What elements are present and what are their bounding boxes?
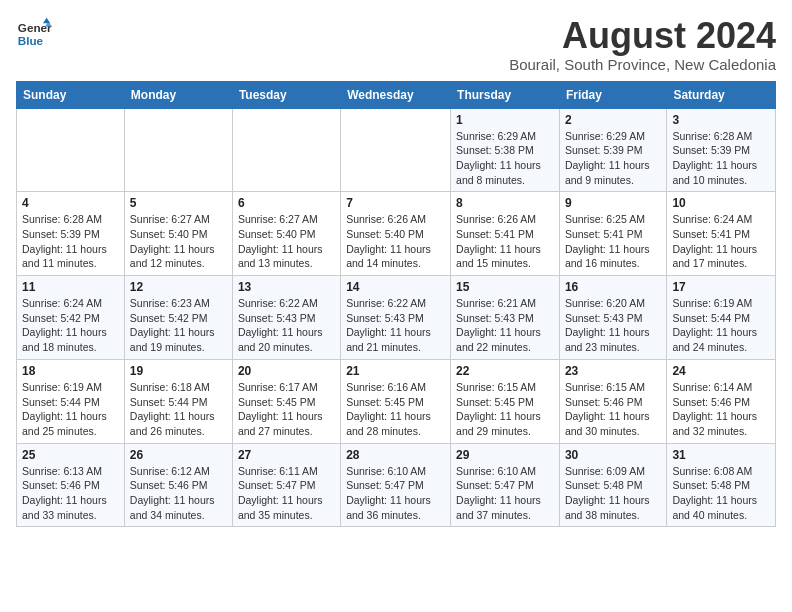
- day-info: Sunrise: 6:23 AM Sunset: 5:42 PM Dayligh…: [130, 296, 227, 355]
- day-number: 19: [130, 364, 227, 378]
- day-info: Sunrise: 6:09 AM Sunset: 5:48 PM Dayligh…: [565, 464, 661, 523]
- day-info: Sunrise: 6:27 AM Sunset: 5:40 PM Dayligh…: [238, 212, 335, 271]
- day-number: 14: [346, 280, 445, 294]
- day-info: Sunrise: 6:10 AM Sunset: 5:47 PM Dayligh…: [456, 464, 554, 523]
- day-number: 20: [238, 364, 335, 378]
- day-info: Sunrise: 6:19 AM Sunset: 5:44 PM Dayligh…: [672, 296, 770, 355]
- day-info: Sunrise: 6:28 AM Sunset: 5:39 PM Dayligh…: [672, 129, 770, 188]
- calendar-cell: 19Sunrise: 6:18 AM Sunset: 5:44 PM Dayli…: [124, 359, 232, 443]
- calendar-cell: 22Sunrise: 6:15 AM Sunset: 5:45 PM Dayli…: [451, 359, 560, 443]
- day-number: 24: [672, 364, 770, 378]
- calendar-cell: 31Sunrise: 6:08 AM Sunset: 5:48 PM Dayli…: [667, 443, 776, 527]
- main-title: August 2024: [509, 16, 776, 56]
- subtitle: Bourail, South Province, New Caledonia: [509, 56, 776, 73]
- calendar-cell: 23Sunrise: 6:15 AM Sunset: 5:46 PM Dayli…: [559, 359, 666, 443]
- day-info: Sunrise: 6:25 AM Sunset: 5:41 PM Dayligh…: [565, 212, 661, 271]
- weekday-header-sunday: Sunday: [17, 81, 125, 108]
- day-info: Sunrise: 6:24 AM Sunset: 5:41 PM Dayligh…: [672, 212, 770, 271]
- calendar-cell: 15Sunrise: 6:21 AM Sunset: 5:43 PM Dayli…: [451, 276, 560, 360]
- day-info: Sunrise: 6:13 AM Sunset: 5:46 PM Dayligh…: [22, 464, 119, 523]
- calendar-cell: 12Sunrise: 6:23 AM Sunset: 5:42 PM Dayli…: [124, 276, 232, 360]
- calendar-cell: 21Sunrise: 6:16 AM Sunset: 5:45 PM Dayli…: [341, 359, 451, 443]
- week-row-1: 1Sunrise: 6:29 AM Sunset: 5:38 PM Daylig…: [17, 108, 776, 192]
- day-info: Sunrise: 6:20 AM Sunset: 5:43 PM Dayligh…: [565, 296, 661, 355]
- calendar-cell: 20Sunrise: 6:17 AM Sunset: 5:45 PM Dayli…: [232, 359, 340, 443]
- day-info: Sunrise: 6:27 AM Sunset: 5:40 PM Dayligh…: [130, 212, 227, 271]
- week-row-5: 25Sunrise: 6:13 AM Sunset: 5:46 PM Dayli…: [17, 443, 776, 527]
- calendar-table: SundayMondayTuesdayWednesdayThursdayFrid…: [16, 81, 776, 528]
- day-number: 6: [238, 196, 335, 210]
- week-row-3: 11Sunrise: 6:24 AM Sunset: 5:42 PM Dayli…: [17, 276, 776, 360]
- calendar-cell: 3Sunrise: 6:28 AM Sunset: 5:39 PM Daylig…: [667, 108, 776, 192]
- calendar-cell: [124, 108, 232, 192]
- calendar-cell: [17, 108, 125, 192]
- day-info: Sunrise: 6:10 AM Sunset: 5:47 PM Dayligh…: [346, 464, 445, 523]
- calendar-cell: 29Sunrise: 6:10 AM Sunset: 5:47 PM Dayli…: [451, 443, 560, 527]
- day-number: 8: [456, 196, 554, 210]
- day-number: 15: [456, 280, 554, 294]
- day-number: 23: [565, 364, 661, 378]
- calendar-cell: 25Sunrise: 6:13 AM Sunset: 5:46 PM Dayli…: [17, 443, 125, 527]
- day-number: 18: [22, 364, 119, 378]
- day-number: 1: [456, 113, 554, 127]
- calendar-cell: 9Sunrise: 6:25 AM Sunset: 5:41 PM Daylig…: [559, 192, 666, 276]
- weekday-header-row: SundayMondayTuesdayWednesdayThursdayFrid…: [17, 81, 776, 108]
- day-info: Sunrise: 6:24 AM Sunset: 5:42 PM Dayligh…: [22, 296, 119, 355]
- logo: General Blue: [16, 16, 52, 52]
- calendar-cell: 28Sunrise: 6:10 AM Sunset: 5:47 PM Dayli…: [341, 443, 451, 527]
- header: General Blue August 2024 Bourail, South …: [16, 16, 776, 73]
- day-info: Sunrise: 6:19 AM Sunset: 5:44 PM Dayligh…: [22, 380, 119, 439]
- day-number: 27: [238, 448, 335, 462]
- calendar-cell: 1Sunrise: 6:29 AM Sunset: 5:38 PM Daylig…: [451, 108, 560, 192]
- weekday-header-wednesday: Wednesday: [341, 81, 451, 108]
- calendar-cell: [341, 108, 451, 192]
- day-info: Sunrise: 6:16 AM Sunset: 5:45 PM Dayligh…: [346, 380, 445, 439]
- day-info: Sunrise: 6:22 AM Sunset: 5:43 PM Dayligh…: [346, 296, 445, 355]
- day-info: Sunrise: 6:22 AM Sunset: 5:43 PM Dayligh…: [238, 296, 335, 355]
- day-info: Sunrise: 6:17 AM Sunset: 5:45 PM Dayligh…: [238, 380, 335, 439]
- svg-text:Blue: Blue: [18, 34, 44, 47]
- day-number: 7: [346, 196, 445, 210]
- title-block: August 2024 Bourail, South Province, New…: [509, 16, 776, 73]
- day-number: 11: [22, 280, 119, 294]
- day-number: 2: [565, 113, 661, 127]
- day-info: Sunrise: 6:14 AM Sunset: 5:46 PM Dayligh…: [672, 380, 770, 439]
- day-number: 28: [346, 448, 445, 462]
- weekday-header-thursday: Thursday: [451, 81, 560, 108]
- day-number: 13: [238, 280, 335, 294]
- day-info: Sunrise: 6:15 AM Sunset: 5:46 PM Dayligh…: [565, 380, 661, 439]
- day-info: Sunrise: 6:28 AM Sunset: 5:39 PM Dayligh…: [22, 212, 119, 271]
- weekday-header-saturday: Saturday: [667, 81, 776, 108]
- calendar-cell: 30Sunrise: 6:09 AM Sunset: 5:48 PM Dayli…: [559, 443, 666, 527]
- day-number: 5: [130, 196, 227, 210]
- weekday-header-tuesday: Tuesday: [232, 81, 340, 108]
- day-info: Sunrise: 6:08 AM Sunset: 5:48 PM Dayligh…: [672, 464, 770, 523]
- calendar-cell: [232, 108, 340, 192]
- calendar-cell: 5Sunrise: 6:27 AM Sunset: 5:40 PM Daylig…: [124, 192, 232, 276]
- day-number: 29: [456, 448, 554, 462]
- calendar-cell: 2Sunrise: 6:29 AM Sunset: 5:39 PM Daylig…: [559, 108, 666, 192]
- week-row-2: 4Sunrise: 6:28 AM Sunset: 5:39 PM Daylig…: [17, 192, 776, 276]
- day-number: 12: [130, 280, 227, 294]
- day-number: 4: [22, 196, 119, 210]
- day-number: 22: [456, 364, 554, 378]
- day-number: 25: [22, 448, 119, 462]
- day-info: Sunrise: 6:21 AM Sunset: 5:43 PM Dayligh…: [456, 296, 554, 355]
- day-info: Sunrise: 6:11 AM Sunset: 5:47 PM Dayligh…: [238, 464, 335, 523]
- calendar-cell: 8Sunrise: 6:26 AM Sunset: 5:41 PM Daylig…: [451, 192, 560, 276]
- day-number: 9: [565, 196, 661, 210]
- calendar-cell: 27Sunrise: 6:11 AM Sunset: 5:47 PM Dayli…: [232, 443, 340, 527]
- calendar-cell: 26Sunrise: 6:12 AM Sunset: 5:46 PM Dayli…: [124, 443, 232, 527]
- day-number: 16: [565, 280, 661, 294]
- calendar-cell: 14Sunrise: 6:22 AM Sunset: 5:43 PM Dayli…: [341, 276, 451, 360]
- day-number: 21: [346, 364, 445, 378]
- day-number: 3: [672, 113, 770, 127]
- day-info: Sunrise: 6:29 AM Sunset: 5:39 PM Dayligh…: [565, 129, 661, 188]
- day-number: 17: [672, 280, 770, 294]
- calendar-cell: 10Sunrise: 6:24 AM Sunset: 5:41 PM Dayli…: [667, 192, 776, 276]
- weekday-header-monday: Monday: [124, 81, 232, 108]
- logo-icon: General Blue: [16, 16, 52, 52]
- calendar-cell: 17Sunrise: 6:19 AM Sunset: 5:44 PM Dayli…: [667, 276, 776, 360]
- day-info: Sunrise: 6:15 AM Sunset: 5:45 PM Dayligh…: [456, 380, 554, 439]
- calendar-cell: 24Sunrise: 6:14 AM Sunset: 5:46 PM Dayli…: [667, 359, 776, 443]
